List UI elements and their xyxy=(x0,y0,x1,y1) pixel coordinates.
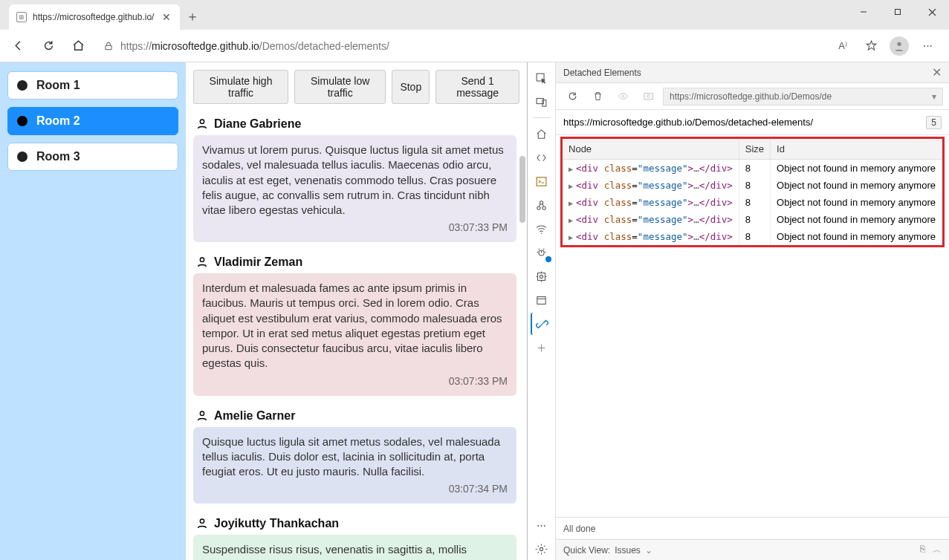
svg-rect-4 xyxy=(106,45,111,49)
person-icon xyxy=(196,256,208,268)
devtools: ⋯ Detached Elements ✕ https://microsofte… xyxy=(528,62,949,560)
urlbar: https://microsoftedge.github.io/Demos/de… xyxy=(0,30,949,62)
more-tools-icon[interactable]: ⋯ xyxy=(531,514,553,536)
devtools-rail: ⋯ xyxy=(528,62,556,560)
menu-button[interactable]: ⋯ xyxy=(915,33,940,59)
svg-point-16 xyxy=(542,206,545,209)
panel-title: Detached Elements xyxy=(563,68,641,78)
col-size[interactable]: Size xyxy=(739,139,770,160)
room-label: Room 2 xyxy=(36,114,80,128)
svg-rect-12 xyxy=(542,100,546,106)
target-select[interactable]: https://microsoftedge.github.io/Demos/de… xyxy=(663,88,943,105)
svg-rect-13 xyxy=(537,177,546,185)
tab-title: https://microsoftedge.github.io/ xyxy=(33,12,155,22)
memory-icon[interactable] xyxy=(531,265,553,287)
simulate-low-button[interactable]: Simulate low traffic xyxy=(294,70,386,104)
refresh-button[interactable] xyxy=(36,33,61,59)
expand-icon[interactable]: ▶ xyxy=(569,182,573,190)
message: Joyikutty Thankachan Suspendisse risus r… xyxy=(193,514,516,560)
col-node[interactable]: Node xyxy=(563,139,739,160)
detached-count: 5 xyxy=(926,116,942,129)
back-button[interactable] xyxy=(6,33,31,59)
close-panel-icon[interactable]: ✕ xyxy=(932,65,942,79)
maximize-button[interactable] xyxy=(881,0,915,24)
device-icon[interactable] xyxy=(531,91,553,113)
console-icon[interactable] xyxy=(531,170,553,192)
svg-point-15 xyxy=(537,206,540,209)
svg-rect-19 xyxy=(538,273,545,280)
table-row[interactable]: ▶<div class="message">…</div>8Object not… xyxy=(563,160,942,178)
chevron-up-icon[interactable]: ︿ xyxy=(933,544,942,556)
drawer-toggle-icon[interactable]: ⎘ xyxy=(920,544,925,556)
panel-toolbar: https://microsoftedge.github.io/Demos/de… xyxy=(556,83,949,110)
room-label: Room 3 xyxy=(36,150,80,163)
svg-point-9 xyxy=(200,519,204,523)
inspect-icon[interactable] xyxy=(531,67,553,89)
minimize-button[interactable] xyxy=(846,0,881,24)
browser-tab[interactable]: 🗎 https://microsoftedge.github.io/ ✕ xyxy=(9,4,180,30)
performance-icon[interactable] xyxy=(531,241,553,264)
stop-button[interactable]: Stop xyxy=(392,70,430,104)
message-list[interactable]: Diane Gabriene Vivamus ut lorem purus. Q… xyxy=(186,111,527,560)
page-icon: 🗎 xyxy=(16,12,27,22)
refresh-icon[interactable] xyxy=(562,86,583,107)
add-tool-icon[interactable] xyxy=(531,336,553,359)
svg-line-23 xyxy=(538,319,546,328)
table-row[interactable]: ▶<div class="message">…</div>8Object not… xyxy=(563,228,942,245)
table-row[interactable]: ▶<div class="message">…</div>8Object not… xyxy=(563,177,942,194)
room-label: Room 1 xyxy=(36,79,80,92)
trash-icon[interactable] xyxy=(587,86,608,107)
welcome-icon[interactable] xyxy=(531,123,553,145)
screenshot-icon[interactable] xyxy=(638,86,658,107)
lock-icon xyxy=(103,41,114,51)
detached-elements-icon[interactable] xyxy=(531,313,553,335)
quickview-value: Issues xyxy=(615,545,641,556)
col-id[interactable]: Id xyxy=(771,139,942,160)
message-text: Suspendisse risus risus, venenatis in sa… xyxy=(202,542,508,560)
chevron-down-icon[interactable]: ⌄ xyxy=(645,545,652,556)
timestamp: 03:07:33 PM xyxy=(202,371,508,388)
svg-rect-21 xyxy=(537,296,545,304)
elements-icon[interactable] xyxy=(531,146,553,169)
room-dot-icon xyxy=(17,152,27,162)
simulate-high-button[interactable]: Simulate high traffic xyxy=(193,70,288,104)
svg-rect-28 xyxy=(644,94,652,100)
svg-point-7 xyxy=(200,258,204,261)
quickview-label: Quick View: xyxy=(563,545,610,556)
frame-path-row: https://microsoftedge.github.io/Demos/de… xyxy=(556,110,949,135)
detached-table: Node Size Id ▶<div class="message">…</di… xyxy=(563,139,942,245)
favorite-icon[interactable] xyxy=(858,33,884,59)
eye-icon[interactable] xyxy=(612,86,633,107)
svg-point-20 xyxy=(540,275,542,278)
expand-icon[interactable]: ▶ xyxy=(569,199,573,207)
expand-icon[interactable]: ▶ xyxy=(569,216,573,224)
read-aloud-icon[interactable]: A⁾ xyxy=(830,33,855,59)
send-message-button[interactable]: Send 1 message xyxy=(435,70,519,104)
quick-view-bar[interactable]: Quick View: Issues ⌄ ⎘ ︿ xyxy=(556,539,949,560)
room-item[interactable]: Room 1 xyxy=(7,71,178,100)
svg-point-17 xyxy=(541,232,542,233)
address-bar[interactable]: https://microsoftedge.github.io/Demos/de… xyxy=(95,34,826,58)
new-tab-button[interactable]: ＋ xyxy=(180,4,205,29)
person-icon xyxy=(196,518,208,530)
sources-icon[interactable] xyxy=(531,194,553,216)
timestamp: 03:07:34 PM xyxy=(202,479,508,496)
table-row[interactable]: ▶<div class="message">…</div>8Object not… xyxy=(563,211,942,228)
expand-icon[interactable]: ▶ xyxy=(569,233,573,241)
application-icon[interactable] xyxy=(531,289,553,311)
settings-icon[interactable] xyxy=(531,538,553,560)
target-url: https://microsoftedge.github.io/Demos/de xyxy=(670,91,832,102)
room-dot-icon xyxy=(17,116,27,126)
scrollbar-thumb[interactable] xyxy=(519,156,525,223)
table-row[interactable]: ▶<div class="message">…</div>8Object not… xyxy=(563,194,942,211)
network-icon[interactable] xyxy=(531,218,553,240)
room-item[interactable]: Room 3 xyxy=(7,143,178,171)
close-window-button[interactable] xyxy=(915,0,949,24)
chat-app: Room 1 Room 2 Room 3 Simulate high traff… xyxy=(0,62,528,560)
close-tab-icon[interactable]: ✕ xyxy=(161,11,172,23)
home-button[interactable] xyxy=(65,33,91,59)
expand-icon[interactable]: ▶ xyxy=(569,165,573,173)
room-item[interactable]: Room 2 xyxy=(7,107,178,135)
svg-point-5 xyxy=(897,42,901,45)
profile-button[interactable] xyxy=(887,33,912,59)
